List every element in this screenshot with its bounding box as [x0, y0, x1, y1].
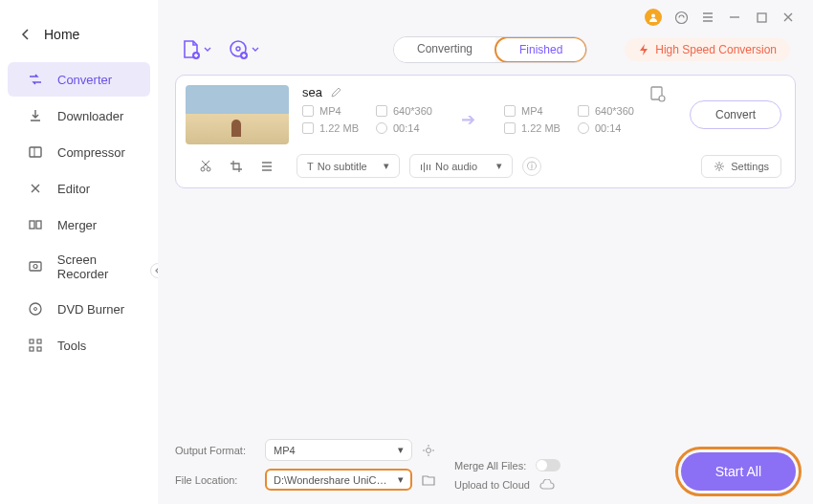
dst-duration: 00:14 — [595, 122, 622, 134]
sidebar-item-label: Editor — [57, 182, 90, 196]
back-home[interactable]: Home — [0, 8, 158, 61]
minimize-icon[interactable] — [727, 10, 742, 25]
sidebar-item-converter[interactable]: Converter — [8, 62, 150, 97]
sidebar-item-label: Compressor — [57, 145, 125, 160]
resolution-icon — [578, 105, 589, 117]
start-all-button[interactable]: Start All — [681, 452, 796, 491]
titlebar — [158, 0, 813, 29]
info-icon[interactable]: ⓘ — [522, 157, 541, 176]
svg-point-6 — [34, 308, 37, 311]
close-icon[interactable] — [780, 10, 796, 25]
merger-icon — [27, 216, 44, 233]
recorder-icon — [27, 258, 44, 275]
audio-dropdown[interactable]: ı|ııNo audio ▾ — [409, 154, 513, 178]
preset-settings-icon[interactable] — [649, 85, 667, 102]
maximize-icon[interactable] — [754, 10, 769, 25]
video-format-icon — [302, 105, 314, 117]
dst-size: 1.22 MB — [521, 122, 560, 134]
add-dvd-icon[interactable] — [229, 39, 259, 60]
sidebar-item-tools[interactable]: Tools — [8, 328, 150, 362]
downloader-icon — [27, 107, 44, 124]
main-panel: Converting Finished High Speed Conversio… — [158, 0, 813, 504]
sidebar-item-compressor[interactable]: Compressor — [8, 135, 150, 169]
svg-point-20 — [201, 167, 205, 171]
toolbar: Converting Finished High Speed Conversio… — [158, 29, 813, 75]
dvd-icon — [27, 300, 44, 318]
svg-rect-13 — [758, 13, 766, 22]
audio-value: No audio — [435, 161, 477, 172]
sidebar-item-label: Screen Recorder — [57, 252, 150, 281]
converter-icon — [27, 71, 44, 88]
add-file-icon[interactable] — [181, 39, 211, 60]
audio-icon: ı|ıı — [420, 161, 431, 172]
avatar[interactable] — [645, 9, 662, 26]
dst-resolution: 640*360 — [595, 105, 634, 117]
svg-point-23 — [427, 448, 431, 452]
convert-button[interactable]: Convert — [690, 100, 781, 129]
svg-rect-0 — [30, 147, 41, 157]
back-arrow-icon — [21, 28, 31, 41]
src-format: MP4 — [319, 105, 341, 117]
gear-icon — [714, 161, 725, 172]
svg-point-16 — [236, 47, 240, 51]
svg-rect-1 — [30, 221, 34, 229]
resolution-icon — [376, 105, 387, 117]
sidebar-item-editor[interactable]: Editor — [8, 171, 150, 206]
merge-toggle[interactable] — [536, 459, 560, 471]
output-settings-icon[interactable] — [422, 444, 435, 457]
sidebar-item-label: DVD Burner — [57, 302, 124, 317]
high-speed-button[interactable]: High Speed Conversion — [625, 38, 790, 61]
svg-point-12 — [675, 11, 687, 23]
cloud-icon[interactable] — [539, 479, 555, 491]
svg-rect-9 — [30, 347, 33, 351]
file-size-icon — [504, 122, 516, 134]
subtitle-dropdown[interactable]: TNo subtitle ▾ — [297, 154, 400, 178]
settings-button[interactable]: Settings — [701, 155, 781, 178]
crop-icon[interactable] — [230, 160, 243, 173]
file-location-value: D:\Wondershare UniConverter 1 — [274, 474, 388, 486]
chevron-down-icon: ▾ — [398, 473, 404, 486]
sidebar-item-downloader[interactable]: Downloader — [8, 99, 150, 133]
file-name: sea — [302, 85, 322, 99]
support-icon[interactable] — [673, 10, 689, 25]
video-thumbnail[interactable] — [186, 85, 289, 144]
settings-label: Settings — [731, 161, 769, 172]
sidebar-item-label: Tools — [57, 339, 86, 353]
file-location-label: File Location: — [175, 474, 255, 486]
output-format-value: MP4 — [274, 445, 296, 456]
menu-icon[interactable] — [700, 10, 715, 25]
svg-point-19 — [659, 96, 665, 101]
src-resolution: 640*360 — [393, 105, 432, 117]
file-size-icon — [302, 122, 314, 134]
trim-icon[interactable] — [199, 160, 212, 173]
subtitle-icon: T — [307, 161, 314, 172]
svg-rect-2 — [36, 221, 41, 229]
chevron-down-icon: ▾ — [384, 160, 389, 172]
tab-converting[interactable]: Converting — [394, 37, 495, 62]
file-location-dropdown[interactable]: D:\Wondershare UniConverter 1 ▾ — [265, 469, 412, 491]
sidebar-item-dvd-burner[interactable]: DVD Burner — [8, 292, 150, 326]
sidebar-item-screen-recorder[interactable]: Screen Recorder — [8, 244, 150, 290]
svg-rect-7 — [30, 340, 33, 343]
merge-label: Merge All Files: — [454, 460, 526, 471]
output-format-dropdown[interactable]: MP4 ▾ — [265, 439, 412, 461]
svg-rect-10 — [37, 347, 41, 351]
subtitle-value: No subtitle — [318, 161, 367, 172]
home-label: Home — [44, 27, 79, 42]
chevron-down-icon: ▾ — [398, 444, 404, 456]
open-folder-icon[interactable] — [422, 474, 435, 486]
edit-name-icon[interactable] — [330, 87, 341, 99]
tab-finished[interactable]: Finished — [494, 36, 587, 63]
svg-point-11 — [651, 14, 655, 18]
sidebar-item-merger[interactable]: Merger — [8, 208, 150, 242]
duration-icon — [578, 122, 589, 134]
tabs: Converting Finished — [393, 36, 587, 63]
src-duration: 00:14 — [393, 122, 420, 134]
bottom-bar: Output Format: MP4 ▾ File Location: D:\W… — [158, 429, 813, 504]
lightning-icon — [638, 43, 649, 56]
compressor-icon — [27, 143, 44, 161]
arrow-right-icon: ➔ — [450, 109, 487, 130]
svg-point-5 — [30, 303, 41, 315]
sidebar-item-label: Downloader — [57, 109, 123, 123]
effects-icon[interactable] — [260, 160, 274, 173]
